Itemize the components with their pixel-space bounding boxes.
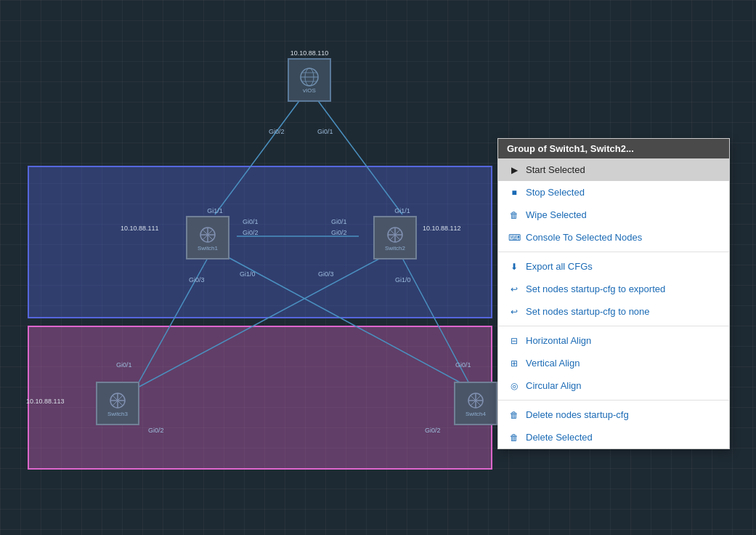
- switch4-box: Switch4: [454, 382, 497, 425]
- switch4-node[interactable]: Gi0/1 Switch4 Gi0/2: [454, 382, 497, 425]
- menu-item-vertical-align[interactable]: ⊞ Vertical Align: [498, 352, 729, 374]
- switch3-gi02: Gi0/2: [148, 427, 164, 434]
- switch3-gi01: Gi0/1: [116, 361, 132, 369]
- blue-group: [28, 166, 492, 318]
- switch1-ip: 10.10.88.111: [121, 225, 159, 232]
- menu-item-console-selected[interactable]: ⌨ Console To Selected Nodes: [498, 226, 729, 249]
- context-menu: Group of Switch1, Switch2... ▶ Start Sel…: [497, 138, 730, 449]
- router-label: vIOS: [303, 87, 316, 94]
- iface-s2-gi01: Gi0/1: [331, 218, 347, 225]
- export-icon: ⬇: [508, 262, 520, 272]
- switch2-gi11: Gi1/1: [394, 207, 410, 214]
- start-selected-label: Start Selected: [526, 164, 585, 175]
- switch2-ip: 10.10.88.112: [423, 225, 461, 232]
- iface-s2-gi02: Gi0/2: [331, 229, 347, 236]
- console-icon: ⌨: [508, 233, 520, 243]
- switch3-label: Switch3: [107, 411, 128, 417]
- menu-item-export-cfgs[interactable]: ⬇ Export all CFGs: [498, 255, 729, 278]
- router-node[interactable]: 10.10.88.110 vIOS: [288, 49, 331, 102]
- delete-startup-icon: 🗑: [508, 410, 520, 420]
- export-cfgs-label: Export all CFGs: [526, 261, 593, 272]
- switch4-label: Switch4: [466, 411, 486, 417]
- menu-item-wipe-selected[interactable]: 🗑 Wipe Selected: [498, 204, 729, 226]
- delete-selected-label: Delete Selected: [526, 432, 593, 443]
- context-menu-header: Group of Switch1, Switch2...: [498, 139, 729, 158]
- divider-2: [498, 326, 729, 326]
- delete-selected-icon: 🗑: [508, 433, 520, 443]
- divider-3: [498, 400, 729, 401]
- set-startup-exported-icon: ↩: [508, 284, 520, 294]
- wipe-icon: 🗑: [508, 210, 520, 220]
- iface-gi01-top: Gi0/1: [317, 128, 333, 135]
- iface-gi02-top: Gi0/2: [269, 128, 285, 135]
- menu-item-set-startup-none[interactable]: ↩ Set nodes startup-cfg to none: [498, 300, 729, 323]
- delete-startup-label: Delete nodes startup-cfg: [526, 409, 629, 420]
- switch1-node[interactable]: Gi1/1 Switch1 10.10.88.111: [186, 207, 229, 260]
- switch3-ip: 10.10.88.113: [26, 398, 65, 405]
- menu-item-circular-align[interactable]: ◎ Circular Align: [498, 374, 729, 397]
- menu-item-start-selected[interactable]: ▶ Start Selected: [498, 158, 729, 181]
- switch3-node[interactable]: Gi0/1 Switch3 10.10.88.113 Gi0/2: [96, 382, 139, 425]
- router-box: vIOS: [288, 58, 331, 102]
- iface-s1-gi02: Gi0/2: [243, 229, 259, 236]
- vertical-align-icon: ⊞: [508, 358, 520, 369]
- switch1-label: Switch1: [198, 245, 218, 252]
- set-startup-none-label: Set nodes startup-cfg to none: [526, 306, 650, 317]
- switch4-gi01: Gi0/1: [455, 361, 471, 369]
- menu-item-stop-selected[interactable]: ■ Stop Selected: [498, 181, 729, 204]
- set-startup-exported-label: Set nodes startup-cfg to exported: [526, 283, 665, 294]
- switch2-node[interactable]: Gi1/1 Switch2 10.10.88.112: [373, 207, 417, 260]
- stop-selected-label: Stop Selected: [526, 187, 585, 198]
- router-ip: 10.10.88.110: [290, 49, 329, 57]
- iface-s2-gi10: Gi1/0: [395, 276, 411, 283]
- console-selected-label: Console To Selected Nodes: [526, 232, 642, 243]
- iface-s1-gi03: Gi0/3: [189, 276, 205, 283]
- stop-icon: ■: [508, 188, 520, 198]
- iface-s1-gi01: Gi0/1: [243, 218, 259, 225]
- vertical-align-label: Vertical Align: [526, 358, 580, 369]
- circular-align-icon: ◎: [508, 381, 520, 391]
- canvas-area: 10.10.88.110 vIOS Gi0/2 Gi0/1 Gi1/1: [0, 0, 494, 535]
- menu-item-delete-startup[interactable]: 🗑 Delete nodes startup-cfg: [498, 403, 729, 426]
- horizontal-align-label: Horizontal Align: [526, 335, 591, 346]
- menu-item-horizontal-align[interactable]: ⊟ Horizontal Align: [498, 329, 729, 352]
- switch3-box: Switch3: [96, 382, 139, 425]
- start-icon: ▶: [508, 165, 520, 175]
- switch1-box: Switch1: [186, 216, 229, 260]
- menu-item-set-startup-exported[interactable]: ↩ Set nodes startup-cfg to exported: [498, 278, 729, 300]
- switch4-gi02: Gi0/2: [425, 427, 441, 434]
- horizontal-align-icon: ⊟: [508, 336, 520, 346]
- circular-align-label: Circular Align: [526, 380, 582, 391]
- iface-s2-gi03: Gi0/3: [318, 270, 334, 278]
- iface-s1-gi10: Gi1/0: [240, 270, 256, 278]
- switch2-box: Switch2: [373, 216, 417, 260]
- wipe-selected-label: Wipe Selected: [526, 209, 587, 220]
- switch1-gi11: Gi1/1: [207, 207, 223, 214]
- menu-item-delete-selected[interactable]: 🗑 Delete Selected: [498, 426, 729, 448]
- set-startup-none-icon: ↩: [508, 307, 520, 317]
- divider-1: [498, 252, 729, 252]
- switch2-label: Switch2: [385, 245, 405, 252]
